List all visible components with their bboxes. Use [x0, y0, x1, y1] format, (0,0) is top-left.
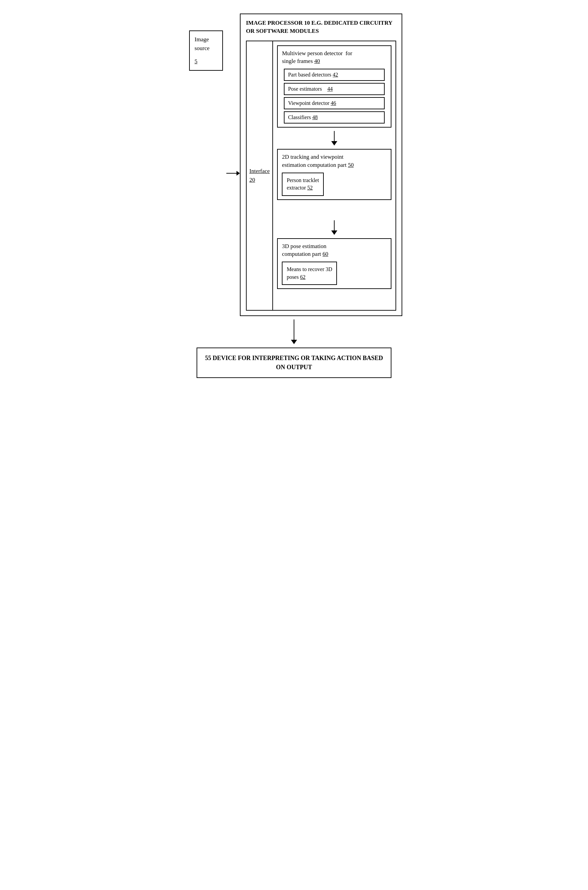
arrow-long-head — [291, 340, 297, 344]
iface-right-row: Interface 20 Multiview person detector f… — [246, 41, 396, 311]
image-source-number: 5 — [195, 57, 218, 66]
tracking-title: 2D tracking and viewpointestimation comp… — [282, 153, 387, 169]
interface-label: Interface — [249, 168, 270, 175]
arrow-down-long — [291, 320, 297, 344]
device-box: 55 DEVICE FOR INTERPRETING OR TAKING ACT… — [196, 348, 392, 378]
arrow-down-line-1 — [334, 131, 334, 141]
means-recover-box: Means to recover 3Dposes 62 — [282, 261, 337, 285]
pose-title: 3D pose estimationcomputation part 60 — [282, 242, 387, 258]
interface-content: Interface 20 — [249, 168, 270, 183]
sub-box-pose-estimators: Pose estimators 44 — [284, 83, 385, 95]
arrow-down-head-1 — [331, 141, 337, 146]
image-source-box: Imagesource 5 — [189, 30, 223, 71]
pose-estimation-box: 3D pose estimationcomputation part 60 Me… — [277, 238, 392, 289]
arrow-down-1 — [277, 131, 392, 146]
multiview-detector-box: Multiview person detector forsingle fram… — [277, 45, 392, 128]
sub-box-classifiers: Classifiers 48 — [284, 111, 385, 123]
image-source-label: Imagesource — [195, 35, 218, 53]
multiview-title: Multiview person detector forsingle fram… — [282, 50, 387, 66]
diagram-container: Imagesource 5 IMAGE PROCESSOR 10 E.G. DE… — [186, 14, 402, 378]
main-right-column: Multiview person detector forsingle fram… — [273, 41, 396, 311]
interface-number: 20 — [249, 177, 270, 183]
sub-box-viewpoint-detector: Viewpoint detector 46 — [284, 97, 385, 109]
top-row: Imagesource 5 IMAGE PROCESSOR 10 E.G. DE… — [186, 14, 402, 316]
h-arrow-head — [237, 171, 240, 176]
arrow-down-shape-2 — [331, 220, 337, 235]
arrow-down-line-2 — [334, 220, 334, 230]
arrow-down-head-2 — [331, 230, 337, 235]
person-tracklet-box: Person trackletextractor 52 — [282, 173, 324, 196]
image-processor-box: IMAGE PROCESSOR 10 E.G. DEDICATED CIRCUI… — [240, 14, 402, 316]
arrow-long-line — [294, 320, 294, 340]
spacer-2 — [277, 289, 392, 306]
image-processor-title: IMAGE PROCESSOR 10 E.G. DEDICATED CIRCUI… — [246, 19, 396, 35]
multiview-number: 40 — [314, 58, 320, 64]
left-column: Imagesource 5 — [186, 14, 226, 316]
h-arrow-line — [226, 173, 237, 174]
sub-box-part-based: Part based detectors 42 — [284, 69, 385, 81]
interface-column: Interface 20 — [246, 41, 273, 311]
arrow-down-2 — [277, 220, 392, 235]
sub-boxes-container: Part based detectors 42 Pose estimators … — [282, 69, 387, 123]
spacer-1 — [277, 200, 392, 217]
tracking-box: 2D tracking and viewpointestimation comp… — [277, 149, 392, 200]
arrow-down-shape-1 — [331, 131, 337, 146]
arrow-to-interface — [226, 14, 240, 316]
